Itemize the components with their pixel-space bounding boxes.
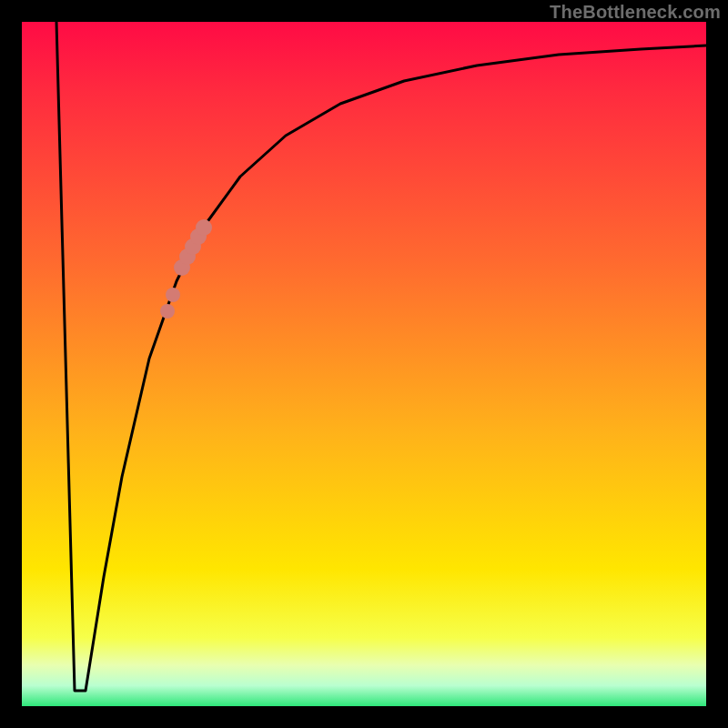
marker-dot bbox=[160, 304, 175, 318]
marker-dot bbox=[196, 219, 212, 236]
watermark-text: TheBottleneck.com bbox=[550, 2, 721, 23]
bottleneck-curve bbox=[56, 22, 706, 691]
plot-area bbox=[22, 22, 706, 706]
chart-svg bbox=[22, 22, 706, 706]
marker-dot bbox=[166, 288, 180, 302]
chart-stage: TheBottleneck.com bbox=[0, 0, 728, 728]
